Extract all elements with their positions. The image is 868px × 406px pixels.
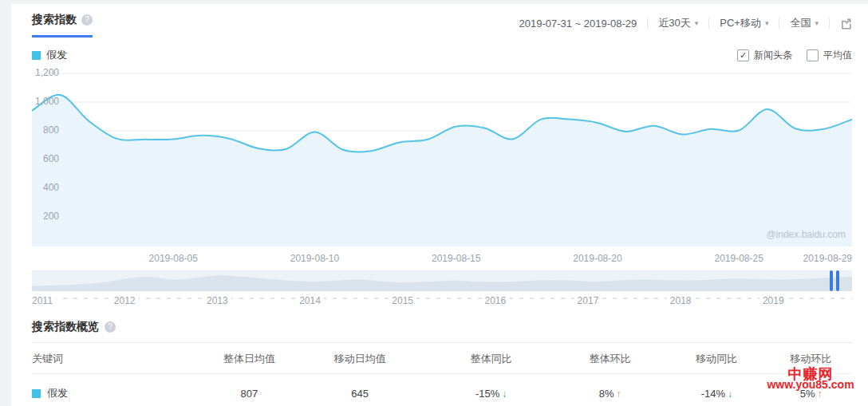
chevron-down-icon: ▾ [815,19,819,27]
overview-title-row: 搜索指数概览 ? [32,315,852,342]
timeline-year-axis: 201120122013201420152016201720182019 [32,291,852,312]
mobile-yoy-value: -14%↓ [664,374,771,406]
arrow-down-icon: ↓ [502,388,507,400]
col-overall-yoy: 整体同比 [425,343,556,374]
region-dropdown[interactable]: 全国 ▾ [790,16,819,30]
x-tick-label: 2019-08-29 [803,253,852,264]
col-mobile-mom: 移动环比 [770,343,852,374]
arrow-down-icon: ↓ [728,388,732,400]
range-dropdown[interactable]: 近30天 ▾ [658,16,698,30]
series-color-swatch [32,389,41,398]
chevron-down-icon: ▾ [765,19,769,27]
timeline-slider[interactable] [32,270,852,291]
help-icon[interactable]: ? [81,14,93,26]
header: 搜索指数 ? 2019-07-31 ~ 2019-08-29 近30天 ▾ PC… [11,4,868,37]
x-tick-label: 2019-08-15 [432,253,480,264]
overall-yoy-value: -15%↓ [425,374,556,406]
series-color-swatch [32,51,41,60]
chevron-down-icon: ▾ [695,19,699,27]
x-tick-label: 2019-08-25 [715,253,763,264]
line-chart-svg [32,73,852,246]
keyword-cell: 假发 [32,386,68,400]
divider [647,18,648,29]
timeline-year-label: 2016 [481,295,509,306]
legend-row: 假发 ✓ 新闻头条 平均值 [11,37,868,62]
arrow-up-icon: ↑ [817,388,822,400]
timeline-year-label: 2012 [111,295,139,306]
average-checkbox[interactable]: 平均值 [807,49,852,62]
search-index-chart[interactable]: 1,2001,000800600400200 2019-08-052019-08… [32,73,852,269]
timeline-year-label: 2017 [574,295,602,306]
baidu-watermark: @index.baidu.com [766,229,846,240]
col-mobile-avg: 移动日均值 [294,343,425,374]
checkbox-unchecked-icon [807,49,819,61]
timeline-year-label: 2014 [296,295,324,306]
x-tick-label: 2019-08-20 [573,253,621,264]
legend-keyword[interactable]: 假发 [32,48,67,62]
plot-area[interactable] [32,73,852,246]
y-tick-label: 200 [32,211,59,222]
divider [829,18,830,29]
x-tick-label: 2019-08-05 [149,253,198,264]
divider [708,18,709,29]
timeline-year-label: 2015 [389,295,416,306]
date-range-display[interactable]: 2019-07-31 ~ 2019-08-29 [519,18,637,30]
mobile-mom-value: 5%↑ 中赚网 www.you85.com [770,374,852,406]
table-row: 假发 807 645 -15%↓ 8%↑ -14%↓ 5%↑ [32,374,852,406]
col-overall-avg: 整体日均值 [204,343,294,374]
y-tick-label: 600 [32,153,59,164]
timeline-year-label: 2013 [203,295,231,306]
timeline-year-label: 2019 [760,295,787,306]
platform-dropdown[interactable]: PC+移动 ▾ [720,16,768,30]
timeline-preview-svg [32,270,852,291]
y-tick-label: 800 [32,124,59,136]
slider-handle-start[interactable] [830,270,833,291]
col-keyword: 关键词 [32,343,204,374]
chart-toggles: ✓ 新闻头条 平均值 [737,49,852,62]
overview-title: 搜索指数概览 [32,320,99,334]
y-tick-label: 1,200 [32,67,59,78]
y-tick-label: 1,000 [32,96,59,107]
x-axis: 2019-08-052019-08-102019-08-152019-08-20… [32,253,852,267]
slider-handle-end[interactable] [836,270,839,291]
overview-table: 关键词 整体日均值 移动日均值 整体同比 整体环比 移动同比 移动环比 假发 [32,343,852,406]
checkbox-checked-icon: ✓ [737,49,749,61]
tab-search-index[interactable]: 搜索指数 ? [32,13,93,37]
table-header-row: 关键词 整体日均值 移动日均值 整体同比 整体环比 移动同比 移动环比 [32,343,852,374]
overall-mom-value: 8%↑ [557,374,664,406]
timeline-ticks [32,298,852,299]
col-overall-mom: 整体环比 [557,343,664,374]
overall-avg-value: 807 [204,374,294,406]
legend-keyword-label: 假发 [46,48,67,62]
timeline-year-label: 2018 [667,295,695,306]
index-card: 搜索指数 ? 2019-07-31 ~ 2019-08-29 近30天 ▾ PC… [11,4,868,406]
arrow-up-icon: ↑ [617,388,621,400]
header-controls: 2019-07-31 ~ 2019-08-29 近30天 ▾ PC+移动 ▾ 全… [519,13,852,30]
news-headlines-checkbox[interactable]: ✓ 新闻头条 [737,49,792,62]
timeline-year-label: 2011 [32,295,56,306]
help-icon[interactable]: ? [105,321,116,333]
overview-section: 搜索指数概览 ? 关键词 整体日均值 移动日均值 整体同比 整体环比 移动同比 … [11,312,868,406]
col-mobile-yoy: 移动同比 [664,343,771,374]
y-tick-label: 400 [32,182,59,193]
external-link-icon[interactable] [840,18,852,30]
x-tick-label: 2019-08-10 [290,253,339,264]
divider [779,18,779,29]
tab-label: 搜索指数 [32,13,77,27]
mobile-avg-value: 645 [294,374,425,406]
